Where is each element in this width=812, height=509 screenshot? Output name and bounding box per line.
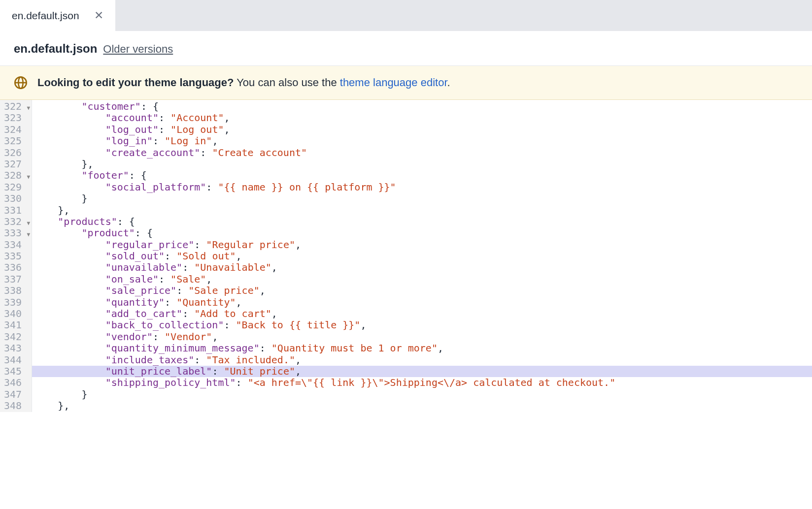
line-number: 327	[0, 159, 32, 170]
line-number: 339	[0, 297, 32, 308]
line-number: 331	[0, 205, 32, 216]
line-number: 346	[0, 377, 32, 388]
code-line[interactable]: },	[32, 205, 812, 216]
code-line[interactable]: }	[32, 389, 812, 400]
line-number: 342	[0, 331, 32, 343]
code-line[interactable]: "unit_price_label": "Unit price",	[32, 366, 812, 377]
line-number: 335	[0, 251, 32, 262]
line-number: 336	[0, 262, 32, 273]
code-line[interactable]: },	[32, 159, 812, 170]
banner-bold-text: Looking to edit your theme language?	[37, 76, 234, 89]
line-number: 323	[0, 112, 32, 124]
banner-plain-text: You can also use the	[234, 76, 339, 89]
line-number: 348	[0, 400, 32, 412]
code-line[interactable]: "vendor": "Vendor",	[32, 331, 812, 343]
line-number: 347	[0, 389, 32, 400]
code-line[interactable]: "quantity_minimum_message": "Quantity mu…	[32, 343, 812, 354]
code-line[interactable]: "log_out": "Log out",	[32, 124, 812, 135]
code-line[interactable]: },	[32, 400, 812, 412]
line-number: 333▼	[0, 227, 32, 239]
code-line[interactable]: "back_to_collection": "Back to {{ title …	[32, 319, 812, 331]
line-number-gutter: 322▼323324325326327328▼329330331332▼333▼…	[0, 100, 32, 412]
line-number: 337	[0, 274, 32, 285]
globe-icon	[14, 76, 28, 90]
older-versions-link[interactable]: Older versions	[103, 43, 173, 56]
line-number: 326	[0, 147, 32, 159]
banner-period: .	[447, 76, 450, 89]
line-number: 325	[0, 135, 32, 147]
code-line[interactable]: "footer": {	[32, 170, 812, 181]
code-line[interactable]: "products": {	[32, 216, 812, 227]
code-line[interactable]: "create_account": "Create account"	[32, 147, 812, 159]
code-line[interactable]: "on_sale": "Sale",	[32, 274, 812, 285]
code-line[interactable]: "unavailable": "Unavailable",	[32, 262, 812, 273]
code-line[interactable]: "social_platform": "{{ name }} on {{ pla…	[32, 182, 812, 193]
tab-en-default-json[interactable]: en.default.json ✕	[0, 0, 116, 31]
code-area[interactable]: "customer": { "account": "Account", "log…	[32, 100, 812, 412]
line-number: 338	[0, 285, 32, 296]
code-line[interactable]: }	[32, 193, 812, 204]
file-header: en.default.json Older versions	[0, 31, 812, 66]
line-number: 340	[0, 308, 32, 319]
code-line[interactable]: "sale_price": "Sale price",	[32, 285, 812, 296]
line-number: 344	[0, 354, 32, 366]
tab-label: en.default.json	[12, 10, 79, 22]
banner-text: Looking to edit your theme language? You…	[37, 76, 450, 89]
code-line[interactable]: "regular_price": "Regular price",	[32, 239, 812, 251]
line-number: 322▼	[0, 101, 32, 112]
code-line[interactable]: "customer": {	[32, 101, 812, 112]
line-number: 341	[0, 319, 32, 331]
code-line[interactable]: "sold_out": "Sold out",	[32, 251, 812, 262]
line-number: 324	[0, 124, 32, 135]
code-line[interactable]: "add_to_cart": "Add to cart",	[32, 308, 812, 319]
line-number: 345	[0, 366, 32, 377]
code-line[interactable]: "quantity": "Quantity",	[32, 297, 812, 308]
info-banner: Looking to edit your theme language? You…	[0, 66, 812, 100]
line-number: 332▼	[0, 216, 32, 227]
line-number: 329	[0, 182, 32, 193]
line-number: 343	[0, 343, 32, 354]
code-line[interactable]: "account": "Account",	[32, 112, 812, 124]
close-icon[interactable]: ✕	[94, 10, 103, 21]
line-number: 328▼	[0, 170, 32, 181]
line-number: 334	[0, 239, 32, 251]
code-line[interactable]: "product": {	[32, 227, 812, 239]
line-number: 330	[0, 193, 32, 204]
tab-bar: en.default.json ✕	[0, 0, 812, 31]
code-editor[interactable]: 322▼323324325326327328▼329330331332▼333▼…	[0, 100, 812, 412]
code-line[interactable]: "include_taxes": "Tax included.",	[32, 354, 812, 366]
code-line[interactable]: "log_in": "Log in",	[32, 135, 812, 147]
theme-language-editor-link[interactable]: theme language editor	[340, 76, 447, 89]
code-line[interactable]: "shipping_policy_html": "<a href=\"{{ li…	[32, 377, 812, 388]
file-name: en.default.json	[14, 42, 97, 56]
